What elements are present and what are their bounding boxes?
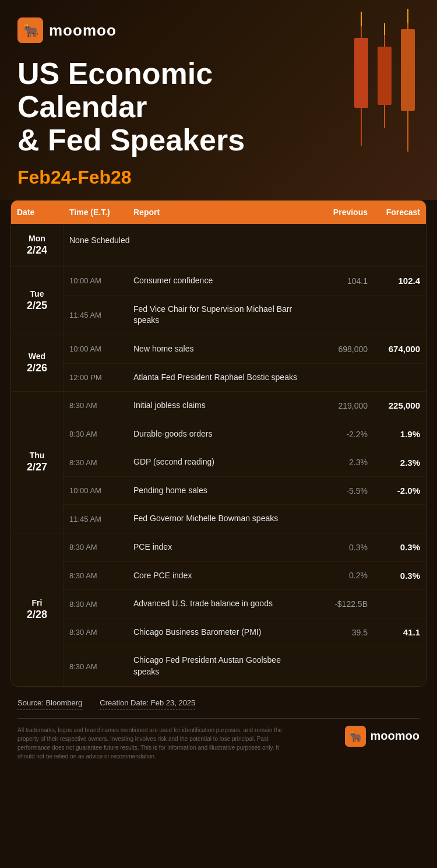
- event-time: 10:00 AM: [69, 276, 133, 285]
- col-date: Date: [17, 208, 69, 217]
- footer-source: Source: Bloomberg Creation Date: Feb 23,…: [17, 698, 420, 710]
- event-row: 11:45 AM Fed Governor Michelle Bowman sp…: [64, 505, 426, 533]
- event-report: Atlanta Fed President Raphael Bostic spe…: [133, 372, 309, 384]
- event-row: 8:30 AM Advanced U.S. trade balance in g…: [64, 590, 426, 619]
- table-header: Date Time (E.T.) Report Previous Forecas…: [11, 201, 426, 224]
- event-time: 10:00 AM: [69, 345, 133, 353]
- event-row: 11:45 AM Fed Vice Chair for Supervision …: [64, 296, 426, 335]
- event-report: Pending home sales: [133, 485, 309, 497]
- footer-divider: [17, 718, 420, 719]
- event-time: 8:30 AM: [69, 430, 133, 438]
- event-time: 8:30 AM: [69, 628, 133, 637]
- date-range: Feb24-Feb28: [17, 167, 420, 188]
- event-row: 8:30 AM Durable-goods orders -2.2% 1.9%: [64, 420, 426, 449]
- day-group-224: Mon2/24None Scheduled: [11, 224, 426, 268]
- event-report: Durable-goods orders: [133, 428, 309, 440]
- event-report: Initial jobless claims: [133, 400, 309, 412]
- disclaimer-text: All trademarks, logos and brand names me…: [17, 726, 297, 761]
- footer-bottom: All trademarks, logos and brand names me…: [17, 726, 420, 761]
- event-previous: 39.5: [309, 628, 368, 637]
- col-report: Report: [133, 208, 309, 217]
- event-row: 8:30 AM Core PCE index 0.2% 0.3%: [64, 562, 426, 591]
- day-rows: 10:00 AM New home sales 698,000 674,000 …: [64, 335, 426, 391]
- day-group-226: Wed2/26 10:00 AM New home sales 698,000 …: [11, 335, 426, 392]
- event-report: Consumer confidence: [133, 275, 309, 287]
- event-report: New home sales: [133, 343, 309, 355]
- day-label: Wed2/26: [11, 335, 64, 391]
- day-date: 2/28: [27, 608, 47, 621]
- event-row: 10:00 AM New home sales 698,000 674,000: [64, 335, 426, 364]
- event-time: 11:45 AM: [69, 515, 133, 523]
- event-time: 12:00 PM: [69, 373, 133, 382]
- footer-logo: 🐂 moomoo: [345, 726, 420, 747]
- col-forecast: Forecast: [368, 208, 420, 217]
- col-time: Time (E.T.): [69, 208, 133, 217]
- event-row: 10:00 AM Consumer confidence 104.1 102.4: [64, 267, 426, 296]
- day-label: Mon2/24: [11, 224, 64, 267]
- event-forecast: 102.4: [368, 276, 420, 286]
- calendar-table: Date Time (E.T.) Report Previous Forecas…: [10, 200, 427, 687]
- day-name: Wed: [29, 351, 45, 361]
- event-row: 8:30 AM GDP (second reading) 2.3% 2.3%: [64, 448, 426, 477]
- event-time: 8:30 AM: [69, 571, 133, 580]
- event-row: 10:00 AM Pending home sales -5.5% -2.0%: [64, 477, 426, 505]
- event-report: Chicago Fed President Austan Goolsbee sp…: [133, 655, 309, 677]
- brand-name: moomoo: [49, 22, 117, 40]
- svg-text:🐂: 🐂: [23, 23, 39, 38]
- event-time: 8:30 AM: [69, 543, 133, 551]
- svg-text:🐂: 🐂: [349, 730, 362, 743]
- event-report: Core PCE index: [133, 570, 309, 582]
- day-name: Fri: [32, 598, 43, 608]
- event-forecast: 674,000: [368, 344, 420, 354]
- col-previous: Previous: [309, 208, 368, 217]
- event-row: 8:30 AM Initial jobless claims 219,000 2…: [64, 392, 426, 420]
- event-report: PCE index: [133, 542, 309, 553]
- event-report: Chicago Business Barometer (PMI): [133, 627, 309, 638]
- event-time: 11:45 AM: [69, 311, 133, 319]
- event-report: Fed Vice Chair for Supervision Michael B…: [133, 304, 309, 326]
- table-body: Mon2/24None ScheduledTue2/25 10:00 AM Co…: [11, 224, 426, 686]
- event-report: Fed Governor Michelle Bowman speaks: [133, 513, 309, 525]
- event-time: 8:30 AM: [69, 600, 133, 609]
- event-previous: -$122.5B: [309, 599, 368, 609]
- event-row: 12:00 PM Atlanta Fed President Raphael B…: [64, 364, 426, 392]
- day-label: Tue2/25: [11, 267, 64, 335]
- event-previous: -5.5%: [309, 486, 368, 496]
- candle-decoration-icon: [315, 6, 431, 163]
- footer-brand-name: moomoo: [371, 729, 420, 743]
- creation-label: Creation Date: Feb 23, 2025: [100, 698, 195, 710]
- day-date: 2/24: [27, 244, 47, 257]
- svg-rect-5: [401, 29, 415, 111]
- day-rows: 8:30 AM PCE index 0.3% 0.3% 8:30 AM Core…: [64, 533, 426, 686]
- event-report: Advanced U.S. trade balance in goods: [133, 598, 309, 610]
- header-section: 🐂 moomoo US Economic Calendar & Fed Spea…: [0, 0, 437, 200]
- day-group-228: Fri2/28 8:30 AM PCE index 0.3% 0.3% 8:30…: [11, 533, 426, 686]
- event-report: GDP (second reading): [133, 456, 309, 468]
- moomoo-logo-icon: 🐂: [17, 17, 43, 43]
- day-label: Fri2/28: [11, 533, 64, 686]
- event-time: 8:30 AM: [69, 401, 133, 410]
- day-name: Mon: [29, 233, 45, 244]
- event-forecast: -2.0%: [368, 486, 420, 496]
- event-previous: 219,000: [309, 401, 368, 410]
- event-previous: 0.2%: [309, 571, 368, 580]
- source-label: Source: Bloomberg: [17, 698, 82, 710]
- day-rows: 8:30 AM Initial jobless claims 219,000 2…: [64, 392, 426, 533]
- footer-logo-icon: 🐂: [345, 726, 366, 747]
- event-forecast: 1.9%: [368, 429, 420, 439]
- event-forecast: 41.1: [368, 627, 420, 637]
- event-forecast: 225,000: [368, 400, 420, 410]
- event-forecast: 2.3%: [368, 458, 420, 468]
- day-rows: None Scheduled: [64, 224, 426, 267]
- event-previous: 2.3%: [309, 458, 368, 467]
- event-row: 8:30 AM Chicago Business Barometer (PMI)…: [64, 619, 426, 647]
- day-group-225: Tue2/25 10:00 AM Consumer confidence 104…: [11, 267, 426, 335]
- day-date: 2/25: [27, 299, 47, 312]
- event-previous: 0.3%: [309, 543, 368, 552]
- footer: Source: Bloomberg Creation Date: Feb 23,…: [0, 687, 437, 778]
- event-row: None Scheduled: [64, 224, 426, 256]
- event-previous: 104.1: [309, 276, 368, 286]
- event-time: 8:30 AM: [69, 458, 133, 467]
- day-name: Tue: [30, 289, 44, 299]
- day-group-227: Thu2/27 8:30 AM Initial jobless claims 2…: [11, 392, 426, 533]
